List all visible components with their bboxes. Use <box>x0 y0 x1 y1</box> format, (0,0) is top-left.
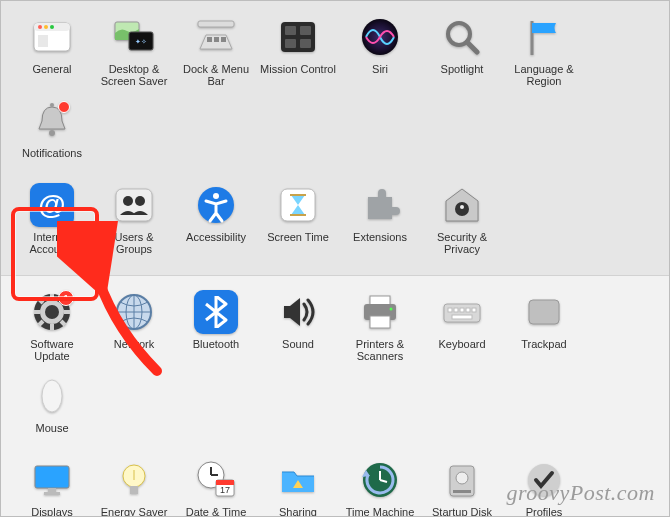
pref-printers-scanners[interactable]: Printers & Scanners <box>339 286 421 370</box>
svg-rect-10 <box>207 37 212 42</box>
svg-rect-29 <box>281 189 315 221</box>
pref-label: Language & Region <box>505 63 583 87</box>
svg-line-44 <box>39 321 43 325</box>
prefs-row-2: @ Internet Accounts Users & Groups <box>1 179 669 263</box>
svg-line-41 <box>39 299 43 303</box>
pref-label: Desktop & Screen Saver <box>95 63 173 87</box>
dock-icon <box>194 15 238 59</box>
pref-mission-control[interactable]: Mission Control <box>257 11 339 95</box>
pref-internet-accounts[interactable]: @ Internet Accounts <box>11 179 93 263</box>
speaker-icon <box>276 290 320 334</box>
pref-label: General <box>32 63 71 75</box>
svg-rect-9 <box>198 21 234 27</box>
pref-sound[interactable]: Sound <box>257 286 339 370</box>
svg-point-59 <box>42 380 62 412</box>
svg-point-36 <box>45 305 59 319</box>
pref-label: Date & Time <box>186 506 247 517</box>
svg-rect-15 <box>300 26 311 35</box>
svg-point-23 <box>50 103 54 107</box>
pref-energy-saver[interactable]: Energy Saver <box>93 454 175 517</box>
svg-line-42 <box>61 321 65 325</box>
pref-notifications[interactable]: Notifications <box>11 95 93 179</box>
pref-displays[interactable]: Displays <box>11 454 93 517</box>
pref-label: Accessibility <box>186 231 246 243</box>
pref-label: Startup Disk <box>432 506 492 517</box>
pref-label: Spotlight <box>441 63 484 75</box>
svg-rect-61 <box>48 488 56 492</box>
svg-rect-12 <box>221 37 226 42</box>
notification-badge <box>58 101 70 113</box>
display-icon <box>30 458 74 502</box>
pref-label: Mission Control <box>260 63 336 75</box>
house-lock-icon <box>440 183 484 227</box>
gear-icon: 1 <box>30 290 74 334</box>
pref-label: Security & Privacy <box>423 231 501 255</box>
users-icon <box>112 183 156 227</box>
pref-label: Trackpad <box>521 338 566 350</box>
pref-startup-disk[interactable]: Startup Disk <box>421 454 503 517</box>
pref-language-region[interactable]: Language & Region <box>503 11 585 95</box>
pref-label: Software Update <box>13 338 91 362</box>
pref-security-privacy[interactable]: Security & Privacy <box>421 179 503 263</box>
pref-software-update[interactable]: 1 Software Update <box>11 286 93 370</box>
pref-users-groups[interactable]: Users & Groups <box>93 179 175 263</box>
svg-rect-57 <box>452 315 472 319</box>
svg-text:✦✧: ✦✧ <box>135 38 147 45</box>
time-machine-icon <box>358 458 402 502</box>
general-icon <box>30 15 74 59</box>
pref-label: Keyboard <box>438 338 485 350</box>
svg-point-76 <box>456 472 468 484</box>
pref-network[interactable]: Network <box>93 286 175 370</box>
pref-screen-time[interactable]: Screen Time <box>257 179 339 263</box>
svg-rect-55 <box>466 308 470 312</box>
prefs-row-1: General ✦✧ Desktop & Screen Saver <box>1 11 669 179</box>
svg-rect-52 <box>448 308 452 312</box>
bell-icon <box>30 99 74 143</box>
at-icon: @ <box>30 183 74 227</box>
printer-icon <box>358 290 402 334</box>
pref-label: Mouse <box>35 422 68 434</box>
globe-icon <box>112 290 156 334</box>
svg-rect-31 <box>290 214 306 216</box>
pref-label: Screen Time <box>267 231 329 243</box>
accessibility-icon <box>194 183 238 227</box>
pref-siri[interactable]: Siri <box>339 11 421 95</box>
flag-icon <box>522 15 566 59</box>
pref-sharing[interactable]: Sharing <box>257 454 339 517</box>
pref-label: Dock & Menu Bar <box>177 63 255 87</box>
pref-extensions[interactable]: Extensions <box>339 179 421 263</box>
pref-trackpad[interactable]: Trackpad <box>503 286 585 370</box>
svg-point-22 <box>49 130 55 136</box>
bluetooth-icon <box>194 290 238 334</box>
pref-accessibility[interactable]: Accessibility <box>175 179 257 263</box>
pref-label: Extensions <box>353 231 407 243</box>
pref-label: Siri <box>372 63 388 75</box>
puzzle-icon <box>358 183 402 227</box>
pref-label: Sound <box>282 338 314 350</box>
svg-point-33 <box>460 205 464 209</box>
svg-point-3 <box>44 25 48 29</box>
svg-rect-75 <box>453 490 471 493</box>
hourglass-icon <box>276 183 320 227</box>
pref-dock-menubar[interactable]: Dock & Menu Bar <box>175 11 257 95</box>
pref-spotlight[interactable]: Spotlight <box>421 11 503 95</box>
pref-mouse[interactable]: Mouse <box>11 370 93 454</box>
pref-label: Displays <box>31 506 73 517</box>
svg-rect-11 <box>214 37 219 42</box>
pref-time-machine[interactable]: Time Machine <box>339 454 421 517</box>
svg-rect-17 <box>300 39 311 48</box>
svg-rect-49 <box>370 316 390 328</box>
pref-label: Sharing <box>279 506 317 517</box>
pref-label: Printers & Scanners <box>341 338 419 362</box>
svg-rect-56 <box>472 308 476 312</box>
svg-rect-16 <box>285 39 296 48</box>
pref-bluetooth[interactable]: Bluetooth <box>175 286 257 370</box>
pref-label: Energy Saver <box>101 506 168 517</box>
siri-icon <box>358 15 402 59</box>
pref-desktop-screensaver[interactable]: ✦✧ Desktop & Screen Saver <box>93 11 175 95</box>
prefs-row-3: 1 Software Update Network Bluetooth <box>1 286 669 454</box>
prefs-group-1: General ✦✧ Desktop & Screen Saver <box>1 1 669 276</box>
pref-date-time[interactable]: 17 Date & Time <box>175 454 257 517</box>
pref-keyboard[interactable]: Keyboard <box>421 286 503 370</box>
pref-general[interactable]: General <box>11 11 93 95</box>
